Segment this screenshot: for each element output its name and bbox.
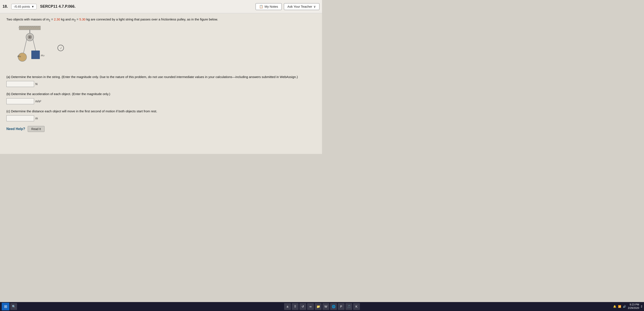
points-chevron-icon: ▼ xyxy=(31,5,34,8)
part-c-section: (c) Determine the distance each object w… xyxy=(6,109,316,122)
top-bar-right: 📋 My Notes Ask Your Teacher ∨ xyxy=(256,3,320,10)
part-a-answer-row: N xyxy=(6,81,316,87)
problem-number: 18. xyxy=(2,4,8,9)
info-icon[interactable]: 𝑖 xyxy=(58,45,64,51)
ask-teacher-chevron-icon: ∨ xyxy=(314,5,316,9)
need-help-row: Need Help? Read It xyxy=(6,126,316,132)
svg-rect-0 xyxy=(19,26,40,30)
part-a-description: Determine the tension in the string. (En… xyxy=(11,75,298,79)
m1-value: 2.30 xyxy=(54,18,60,21)
read-it-button[interactable]: Read It xyxy=(28,126,44,132)
part-a-unit: N xyxy=(35,82,38,86)
part-c-input[interactable] xyxy=(6,115,34,121)
part-b-description: Determine the acceleration of each objec… xyxy=(11,92,110,96)
my-notes-label: My Notes xyxy=(264,5,278,8)
figure-area: m₁ m₂ 𝑖 xyxy=(6,26,316,70)
my-notes-button[interactable]: 📋 My Notes xyxy=(256,3,282,10)
part-c-unit: m xyxy=(35,117,38,120)
part-c-answer-row: m xyxy=(6,115,316,121)
svg-text:m₁: m₁ xyxy=(18,55,21,58)
problem-description: Two objects with masses of m1 = 2.30 kg … xyxy=(6,17,316,23)
part-a-input[interactable] xyxy=(6,81,34,87)
part-b-input[interactable] xyxy=(6,98,34,104)
ask-teacher-button[interactable]: Ask Your Teacher ∨ xyxy=(284,3,320,10)
part-c-description: Determine the distance each object will … xyxy=(11,109,157,113)
part-a-section: (a) Determine the tension in the string.… xyxy=(6,75,316,87)
part-b-text: (b) Determine the acceleration of each o… xyxy=(6,92,316,97)
svg-line-18 xyxy=(33,39,36,51)
part-c-text: (c) Determine the distance each object w… xyxy=(6,109,316,114)
part-a-label: (a) xyxy=(6,75,10,79)
pulley-diagram: m₁ m₂ xyxy=(6,26,53,70)
problem-id: SERCP11 4.7.P.066. xyxy=(40,4,76,9)
ask-teacher-label: Ask Your Teacher xyxy=(288,5,312,8)
need-help-label: Need Help? xyxy=(6,127,25,131)
svg-line-15 xyxy=(24,39,27,53)
part-a-text: (a) Determine the tension in the string.… xyxy=(6,75,316,80)
top-bar-left: 18. -/0.65 points ▼ SERCP11 4.7.P.066. xyxy=(2,4,76,9)
svg-point-14 xyxy=(29,37,30,38)
svg-text:m₂: m₂ xyxy=(41,54,44,57)
part-c-label: (c) xyxy=(6,109,10,113)
my-notes-doc-icon: 📋 xyxy=(259,5,263,9)
info-icon-symbol: 𝑖 xyxy=(60,46,61,50)
points-label: -/0.65 points xyxy=(14,5,30,8)
part-b-section: (b) Determine the acceleration of each o… xyxy=(6,92,316,104)
part-b-label: (b) xyxy=(6,92,10,96)
part-b-answer-row: m/s² xyxy=(6,98,316,104)
pulley-figure: m₁ m₂ xyxy=(6,26,53,70)
top-bar: 18. -/0.65 points ▼ SERCP11 4.7.P.066. 📋… xyxy=(0,0,322,13)
main-content: Two objects with masses of m1 = 2.30 kg … xyxy=(0,13,322,154)
svg-rect-19 xyxy=(32,51,40,59)
points-badge[interactable]: -/0.65 points ▼ xyxy=(11,4,37,9)
m2-value: 5.30 xyxy=(79,18,86,21)
part-b-unit: m/s² xyxy=(35,100,41,103)
